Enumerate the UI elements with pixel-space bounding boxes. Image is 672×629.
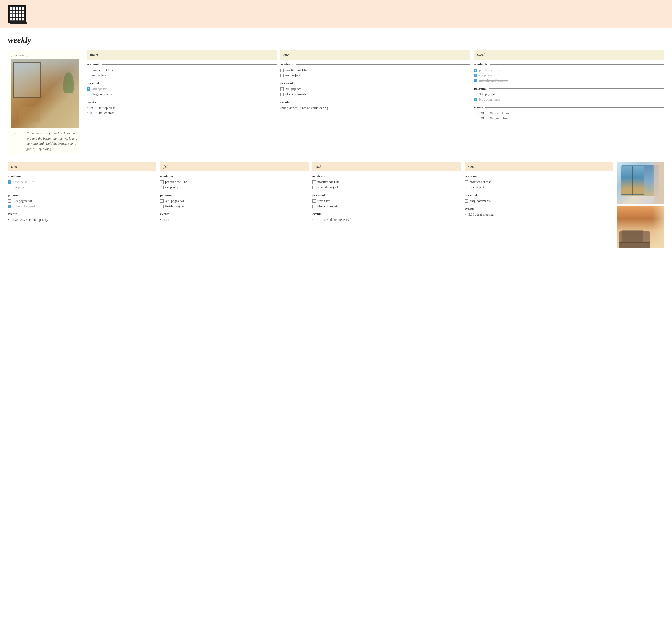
checkbox[interactable] [465, 186, 468, 189]
table-row: ✓ practice sat 1 hr [8, 180, 157, 184]
checkbox[interactable] [312, 180, 316, 184]
day-header-sun: sun [465, 162, 613, 171]
table-row: ess project [87, 73, 277, 77]
checkbox[interactable] [280, 74, 284, 77]
checkbox-checked[interactable]: ✓ [8, 204, 11, 208]
table-row: ✓ 200 pgs tvd [87, 87, 277, 91]
checkbox[interactable] [465, 180, 468, 184]
table-row: practice sat test [465, 180, 613, 184]
checkbox[interactable] [87, 74, 90, 77]
checkbox[interactable] [160, 186, 164, 189]
thu-academic-label: academic [8, 174, 157, 178]
checkbox-checked[interactable]: ✓ [474, 74, 478, 77]
day-header-mon: mon [87, 50, 277, 59]
task-text: practice sat 1 hr [165, 180, 187, 184]
day-col-sun: sun academic practice sat test ess proje… [465, 162, 613, 220]
checkbox[interactable] [8, 186, 11, 189]
task-text: ess project [92, 73, 106, 77]
day-col-sat: sat academic practice sat 1 hr spanish p… [312, 162, 461, 225]
tue-personal-section: personal 300 pgs tvd blog comments [280, 81, 471, 96]
checkbox-checked[interactable]: ✓ [474, 79, 478, 82]
tue-events-label: events [280, 100, 471, 104]
thu-personal-label: personal [8, 193, 157, 197]
bottom-row: thu academic ✓ practice sat 1 hr ess pro… [8, 162, 664, 248]
checkbox[interactable] [280, 93, 284, 96]
checkbox[interactable] [8, 199, 11, 203]
task-text: blog comments [479, 97, 500, 102]
checkbox[interactable] [280, 69, 284, 72]
sat-events-section: events 10 - 1:15; dance rehearsal [312, 212, 461, 222]
day-col-mon: mon academic practice sat 1 hr ess proje… [87, 50, 277, 119]
table-row: blog comments [87, 92, 277, 96]
checkbox[interactable] [474, 93, 478, 96]
sat-personal-label: personal [312, 193, 461, 197]
list-item: List [160, 218, 309, 222]
list-item: 8 - 9 ; ballet class [87, 111, 277, 115]
thu-events-list: 7:30 - 8:30 ; contemporary [8, 218, 157, 222]
task-text: ess project [165, 185, 179, 189]
checkbox[interactable] [465, 199, 468, 203]
table-row: 300 pages tvd [8, 199, 157, 203]
sat-events-list: 10 - 1:15; dance rehearsal [312, 218, 461, 222]
tue-events-section: events (not planned) 4 hrs of volunteeri… [280, 100, 471, 110]
checkbox[interactable] [312, 199, 316, 203]
quote-area: ♡ —— "i am the force of creation. i am t… [11, 131, 78, 151]
table-row: practice sat 1 hr [160, 180, 309, 184]
table-row: 300 pgs tvd [474, 92, 664, 96]
checkbox-checked[interactable]: ✓ [474, 69, 478, 72]
sat-academic-section: academic practice sat 1 hr spanish proje… [312, 174, 461, 189]
task-text: practice sat 1 hr [285, 68, 307, 72]
wed-events-section: events 7:30 - 8:30 ; ballet class 8:30 -… [474, 105, 664, 120]
wed-events-label: events [474, 105, 664, 110]
tue-personal-label: personal [280, 81, 471, 85]
wed-events-list: 7:30 - 8:30 ; ballet class 8:30 - 9:30 ;… [474, 111, 664, 120]
app-logo [8, 5, 26, 23]
sun-academic-section: academic practice sat test ess project [465, 174, 613, 189]
task-text: (not planned) spanish [479, 78, 508, 83]
tue-academic-label: academic [280, 62, 471, 67]
table-row: blog comments [465, 199, 613, 203]
table-row: practice sat 1 hr [87, 68, 277, 72]
table-row: 300 pgs tvd [280, 87, 471, 91]
checkbox-checked[interactable]: ✓ [87, 88, 90, 91]
checkbox-checked[interactable]: ✓ [474, 98, 478, 101]
day-col-wed: wed academic ✓ practice sat 1 hr ✓ ess p… [474, 50, 664, 124]
task-text: ess project [13, 185, 27, 189]
day-header-tue: tue [280, 50, 471, 59]
checkbox[interactable] [160, 199, 164, 203]
list-item: 8:30 - 9:30 ; jazz class [474, 116, 664, 120]
table-row: ess project [465, 185, 613, 189]
sun-events-section: events 3:30 ; taat meeting [465, 207, 613, 217]
checkbox[interactable] [312, 186, 316, 189]
thu-academic-section: academic ✓ practice sat 1 hr ess project [8, 174, 157, 189]
checkbox[interactable] [312, 204, 316, 208]
table-row: ✓ (not planned) spanish [474, 78, 664, 83]
checkbox[interactable] [87, 93, 90, 96]
fri-events-label: events [160, 212, 309, 216]
list-item: 3:30 ; taat meeting [465, 212, 613, 217]
task-text: practice sat 1 hr [13, 180, 35, 184]
side-image-2 [617, 206, 664, 248]
day-header-wed: wed [474, 50, 664, 59]
wed-academic-label: academic [474, 62, 664, 67]
task-text: practice sat 1 hr [317, 180, 339, 184]
sun-personal-label: personal [465, 193, 613, 197]
task-text: 300 pages tvd [13, 199, 32, 203]
checkbox-checked[interactable]: ✓ [8, 180, 11, 184]
task-text: finish tvd [317, 199, 330, 203]
checkbox[interactable] [87, 69, 90, 72]
table-row: 300 pages tvd [160, 199, 309, 203]
checkbox[interactable] [160, 204, 164, 208]
day-header-fri: fri [160, 162, 309, 171]
task-text: blog comments [317, 204, 338, 208]
upcoming-image [11, 59, 79, 127]
day-header-sat: sat [312, 162, 461, 171]
task-text: notion blog post [13, 204, 35, 208]
checkbox[interactable] [280, 88, 284, 91]
list-item: 7:30 - 8:30 ; ballet class [474, 111, 664, 115]
fri-academic-label: academic [160, 174, 309, 178]
table-row: blog comments [312, 204, 461, 208]
sun-academic-label: academic [465, 174, 613, 178]
checkbox[interactable] [160, 180, 164, 184]
task-text: 200 pgs tvd [92, 87, 107, 91]
